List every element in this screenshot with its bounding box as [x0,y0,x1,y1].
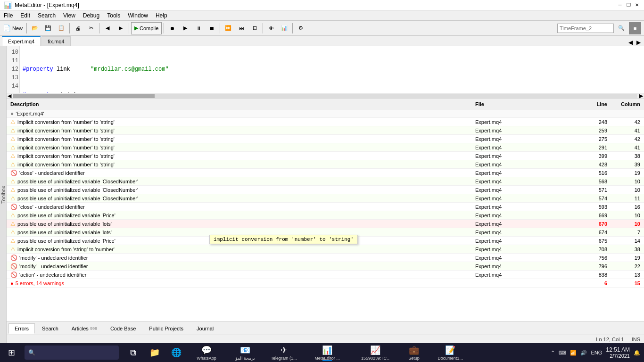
tab-scroll-right[interactable]: ▶ [635,39,642,46]
cut-button[interactable]: ✂ [85,22,97,34]
scroll-track[interactable] [13,94,637,98]
whatsapp-taskbar-app[interactable]: 💬 WhatsApp [188,343,225,362]
bottom-tab-publicprojects[interactable]: Public Projects [143,323,190,334]
start-button[interactable]: ⊞ [0,343,23,362]
error-header: Description File Line Column [7,99,644,109]
separator-2 [69,23,70,33]
taskbar-search[interactable]: 🔍 [25,346,119,360]
volume-icon: 🔊 [580,350,587,356]
print-button[interactable]: 🖨 [72,22,84,34]
settings-icon: ⚙ [298,25,303,31]
close-button[interactable]: ✕ [634,2,640,8]
step2-button[interactable]: ⏭ [235,22,248,34]
setup-app-label: Setup [408,356,420,361]
error-row-10[interactable]: ⚠possible use of uninitialized variable … [7,194,644,203]
error-row-9[interactable]: ⚠possible use of uninitialized variable … [7,186,644,194]
editor-area[interactable]: 10 11 12 13 14 #property link "mrdollar.… [7,46,644,93]
taskview-taskbar-app[interactable]: ⧉ [123,343,143,362]
menu-view[interactable]: View [59,10,79,20]
timeframe-extra-btn[interactable]: ■ [629,22,641,34]
start-debug-button[interactable]: ⏺ [166,22,178,34]
play-button[interactable]: ▶ [179,22,191,34]
error-row-14[interactable]: ⚠possible use of uninitialized variable … [7,228,644,237]
error-row-18[interactable]: 🚫'modify' - undeclared identifier Expert… [7,262,644,271]
bottom-tab-codebase[interactable]: Code Base [104,323,142,334]
setup-taskbar-app[interactable]: 💼 Setup [400,343,428,362]
open-button[interactable]: 📂 [29,22,41,34]
fileexplorer-taskbar-app[interactable]: 📁 [144,343,165,362]
error-row-11[interactable]: 🚫'close' - undeclared identifier Expert.… [7,203,644,211]
saveas-button[interactable]: 📋 [55,22,67,34]
error-row-16[interactable]: ⚠implicit conversion from 'string' to 'n… [7,245,644,254]
error-row-12[interactable]: ⚠possible use of uninitialized variable … [7,211,644,220]
error-row-17[interactable]: 🚫'modify' - undeclared identifier Expert… [7,254,644,262]
email-app-icon: 📧 [240,345,250,355]
title-bar: 📊 MetaEditor - [Expert.mq4] ─ ❐ ✕ [0,0,644,10]
menu-tools[interactable]: Tools [103,10,124,20]
breakpoint-button[interactable]: ⊡ [248,22,261,34]
error-row-6[interactable]: ⚠implicit conversion from 'number' to 's… [7,160,644,169]
menu-bar: File Edit Search View Debug Tools Window… [0,10,644,21]
bottom-tab-articles[interactable]: Articles 998 [66,323,103,334]
chrome-taskbar-app[interactable]: 🌐 [166,343,187,362]
locals-button[interactable]: 📊 [278,22,290,34]
compile-button[interactable]: ▶ Compile [131,22,162,34]
metatrader-taskbar-app[interactable]: 📈 15598239: IC... [352,343,399,362]
toolbox-label: Toolbox [0,186,6,204]
step-button[interactable]: ⏩ [222,22,234,34]
error-row-7[interactable]: 🚫'close' - undeclared identifier Expert.… [7,169,644,177]
error-group-header[interactable]: ●'Expert.mq4' [7,109,644,118]
tab-expert-mq4[interactable]: Expert.mq4 [2,36,41,46]
forward-button[interactable]: ▶ [115,22,127,34]
menu-file[interactable]: File [0,10,17,20]
error-row-2[interactable]: ⚠implicit conversion from 'number' to 's… [7,126,644,135]
menu-window[interactable]: Window [124,10,152,20]
menu-edit[interactable]: Edit [17,10,34,20]
menu-debug[interactable]: Debug [79,10,103,20]
menu-search[interactable]: Search [34,10,59,20]
save-button[interactable]: 💾 [42,22,54,34]
error-row-4[interactable]: ⚠implicit conversion from 'number' to 's… [7,143,644,152]
pause-button[interactable]: ⏸ [192,22,205,34]
error-row-8[interactable]: ⚠possible use of uninitialized variable … [7,177,644,186]
new-button[interactable]: 📄 New [1,22,25,34]
error-row-13[interactable]: ⚠possible use of uninitialized variable … [7,220,644,228]
error-row-15[interactable]: ⚠possible use of uninitialized variable … [7,237,644,245]
notification-icon[interactable]: 🔔 [634,350,640,356]
error-row-3[interactable]: ⚠implicit conversion from 'number' to 's… [7,135,644,143]
watch-button[interactable]: 👁 [265,22,277,34]
bottom-tab-journal[interactable]: Journal [190,323,220,334]
scroll-left-btn[interactable]: ◀ [7,93,12,99]
minimize-button[interactable]: ─ [617,2,623,8]
systray-up-icon[interactable]: ⌃ [551,350,555,356]
back-button[interactable]: ◀ [101,22,114,34]
menu-help[interactable]: Help [152,10,171,20]
warn-icon-6: ⚠ [10,161,16,168]
separator-3 [99,23,99,33]
timeframe-search[interactable] [557,24,614,33]
tab-fix-mq4[interactable]: fix.mq4 [41,36,70,46]
editor-scrollbar[interactable]: ◀ ▶ [7,93,644,99]
taskbar-search-icon: 🔍 [28,349,35,356]
word-taskbar-app[interactable]: 📝 Document1... [429,343,471,362]
scroll-right-btn[interactable]: ▶ [638,93,644,99]
email-taskbar-app[interactable]: 📧 برمجة المؤ [226,343,264,362]
error-row-19[interactable]: 🚫'action' - undeclared identifier Expert… [7,271,644,279]
bottom-tab-errors[interactable]: Errors [8,323,35,334]
metaeditor-taskbar-app[interactable]: 📊 MetaEditor ... [304,343,351,362]
timeframe-search-btn[interactable]: 🔍 [615,22,627,34]
taskbar-clock[interactable]: 12:51 AM 2/7/2021 [606,346,630,359]
taskbar-right: ⌃ ⌨ 📶 🔊 ENG 12:51 AM 2/7/2021 🔔 [551,346,644,359]
settings-button[interactable]: ⚙ [295,22,307,34]
metatrader-app-label: 15598239: IC... [361,356,389,361]
scroll-thumb[interactable] [13,94,155,98]
code-content[interactable]: #property link "mrdollar.cs@gmail.com" #… [20,46,644,93]
telegram-taskbar-app[interactable]: ✈ Telegram (1... [265,343,303,362]
stop-button[interactable]: ⏹ [206,22,218,34]
bottom-tab-search[interactable]: Search [36,323,65,334]
restore-button[interactable]: ❐ [625,2,632,8]
error-row-1[interactable]: ⚠implicit conversion from 'number' to 's… [7,118,644,126]
tab-scroll-left[interactable]: ◀ [627,39,634,46]
fileexplorer-app-icon: 📁 [149,347,160,358]
error-row-5[interactable]: ⚠implicit conversion from 'number' to 's… [7,152,644,160]
